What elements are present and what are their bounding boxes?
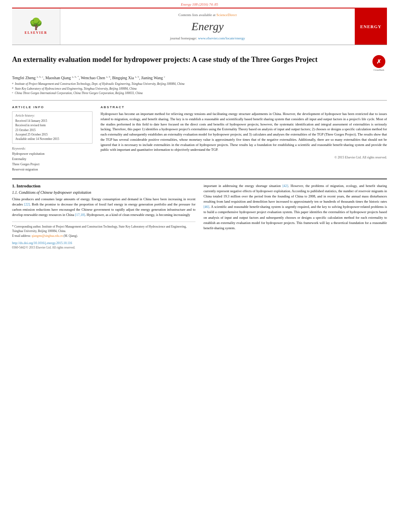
footnote-section: * Corresponding author. Institute of Pro… (12, 222, 195, 238)
section-divider (12, 179, 387, 179)
keywords-section: Keywords: Hydropower exploitation Extern… (12, 147, 93, 172)
journal-center: Contents lists available at ScienceDirec… (60, 8, 355, 45)
keyword-2: Externality (12, 157, 93, 162)
abstract-section: ABSTRACT Hydropower has become an import… (101, 105, 387, 172)
citation-text: Energy 108 (2016) 74–85 (181, 2, 218, 6)
main-content: An externality evaluation model for hydr… (0, 45, 399, 257)
divider (12, 100, 387, 101)
keyword-3: Three Gorges Project (12, 162, 93, 167)
journal-title: Energy (191, 20, 224, 33)
keyword-4: Reservoir migration (12, 167, 93, 173)
history-item-1: Received 14 January 2015 (15, 119, 89, 123)
body-section: 1. Introduction 1.1. Conditions of Chine… (12, 183, 387, 249)
doi-link[interactable]: http://dx.doi.org/10.1016/j.energy.2015.… (12, 241, 195, 245)
article-title-section: An externality evaluation model for hydr… (12, 55, 387, 71)
body-left-col: 1. Introduction 1.1. Conditions of Chine… (12, 183, 195, 249)
body-left-text: China produces and consumes large amount… (12, 197, 195, 218)
abstract-text: Hydropower has become an important metho… (101, 111, 387, 152)
crossmark-icon: ✗ (372, 55, 385, 68)
history-item-4: Accepted 25 October 2015 (15, 132, 89, 137)
homepage-link[interactable]: www.elsevier.com/locate/energy (198, 36, 245, 40)
ref-42[interactable]: [42] (282, 184, 288, 188)
energy-badge-text: ENERGY (358, 22, 383, 31)
subsection-1-1-heading: 1.1. Conditions of Chinese hydropower ex… (12, 191, 195, 195)
footnote-text: * Corresponding author. Institute of Pro… (12, 224, 195, 234)
crossmark[interactable]: ✗ CrossMark (371, 55, 387, 71)
body-right-col: important in addressing the energy short… (204, 183, 387, 249)
info-abstract-section: ARTICLE INFO Article history: Received 1… (12, 105, 387, 172)
issn-line: 0360-5442/© 2015 Elsevier Ltd. All right… (12, 246, 195, 249)
abstract-header: ABSTRACT (101, 105, 387, 109)
article-info: ARTICLE INFO Article history: Received 1… (12, 105, 93, 172)
elsevier-logo: 🌳 ELSEVIER (12, 8, 60, 45)
ref-46[interactable]: [46] (204, 205, 209, 209)
history-box: Article history: Received 14 January 201… (12, 111, 93, 144)
journal-header: 🌳 ELSEVIER Contents lists available at S… (12, 8, 387, 45)
ref-17-18[interactable]: [17,18] (75, 213, 85, 217)
sciencedirect-link[interactable]: ScienceDirect (216, 13, 237, 17)
footnote-email: E-mail address: qiangms@singhua.edu.cn (… (12, 234, 195, 238)
crossmark-label: CrossMark (374, 69, 385, 71)
authors-line: Tengfei Zheng a, b, c, Maoshan Qiang a, … (12, 75, 387, 80)
affiliations: a Institute of Project Management and Co… (12, 82, 387, 95)
body-right-text: important in addressing the energy short… (204, 183, 387, 231)
article-title: An externality evaluation model for hydr… (12, 55, 367, 64)
history-item-5: Available online 14 November 2015 (15, 137, 89, 141)
history-item-3: 23 October 2015 (15, 128, 89, 132)
keywords-label: Keywords: (12, 147, 93, 150)
footnote-email-link[interactable]: qiangms@singhua.edu.cn (32, 234, 63, 238)
elsevier-label: ELSEVIER (25, 31, 47, 35)
copyright-line: © 2015 Elsevier Ltd. All rights reserved… (101, 156, 387, 159)
contents-line: Contents lists available at ScienceDirec… (179, 13, 237, 17)
tree-icon: 🌳 (29, 18, 43, 30)
journal-citation: Energy 108 (2016) 74–85 (0, 0, 399, 8)
affiliation-b: b State Key Laboratory of Hydroscience a… (12, 86, 387, 91)
section-1-heading: 1. Introduction (12, 183, 195, 188)
affiliation-c: c China Three Gorges International Corpo… (12, 91, 387, 95)
energy-badge: ENERGY (355, 8, 387, 45)
keyword-1: Hydropower exploitation (12, 152, 93, 157)
history-item-2: Received in revised form (15, 123, 89, 127)
ref-22[interactable]: [22] (24, 202, 30, 206)
homepage-line: journal homepage: www.elsevier.com/locat… (170, 36, 245, 40)
history-label: Article history: (15, 114, 89, 117)
affiliation-a: a Institute of Project Management and Co… (12, 82, 387, 86)
article-info-header: ARTICLE INFO (12, 105, 93, 109)
